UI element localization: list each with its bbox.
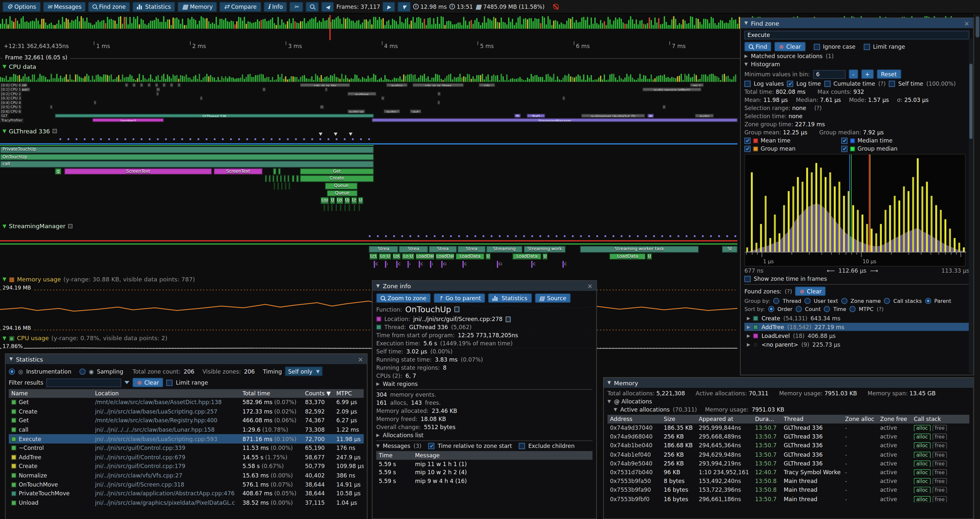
message-dot[interactable] (678, 235, 679, 237)
frame-bar[interactable] (638, 24, 639, 29)
messages-table-header[interactable]: TimeMessage (376, 451, 592, 460)
sort-by-count-radio[interactable] (795, 306, 802, 312)
timing-combo[interactable]: Self only▼ (285, 366, 323, 376)
statistics-button[interactable]: Statistics (488, 294, 531, 303)
frame-bar[interactable] (150, 21, 151, 29)
frame-bar[interactable] (471, 20, 472, 29)
frame-bar[interactable] (682, 19, 684, 29)
message-dot[interactable] (165, 138, 167, 140)
frame-bar[interactable] (353, 21, 354, 29)
cpu-zone[interactable] (662, 105, 666, 109)
frame-bar[interactable] (510, 22, 511, 29)
frame-bar[interactable] (617, 19, 618, 29)
frame-bar[interactable] (293, 18, 294, 29)
timeline-zone[interactable]: Streaming work (524, 246, 566, 252)
messages-row[interactable]: ▼ Messages (3) Time relative to zone sta… (376, 443, 592, 449)
frame-bar[interactable] (253, 22, 255, 29)
frame-bar[interactable] (257, 19, 258, 29)
frame-bar[interactable] (491, 21, 493, 29)
frame-bar[interactable] (304, 18, 305, 29)
timeline-zone[interactable]: Streaming worker task (580, 246, 699, 252)
cpu-zone[interactable] (262, 88, 266, 91)
frame-bar[interactable] (79, 21, 80, 29)
frame-bar[interactable] (660, 24, 661, 29)
alloc-callstack-button[interactable]: alloc (914, 496, 931, 502)
timeline-zone[interactable] (348, 204, 350, 211)
group-by-thread-radio[interactable] (773, 298, 780, 304)
timeline-zone[interactable]: U (486, 253, 491, 260)
free-callstack-button[interactable]: free (932, 478, 947, 484)
frame-bar[interactable] (266, 21, 267, 29)
frame-bar[interactable] (268, 21, 269, 29)
message-dot[interactable] (653, 235, 655, 237)
info-button[interactable]: Info (264, 2, 287, 12)
frame-bar[interactable] (287, 21, 288, 29)
message-dot[interactable] (597, 235, 598, 237)
lock-marker[interactable] (531, 261, 532, 268)
message-dot[interactable] (555, 235, 557, 237)
frame-bar[interactable] (52, 25, 54, 29)
frame-bar[interactable] (324, 21, 326, 29)
frame-bar[interactable] (427, 18, 429, 29)
fz-clear-button[interactable]: ⊗Clear (775, 42, 805, 51)
allocations-list-row[interactable]: ▶ Allocations list (376, 432, 592, 439)
ignore-case-checkbox[interactable] (813, 43, 819, 50)
group-mean-checkbox[interactable] (744, 146, 750, 152)
table-row[interactable]: PrivateTouchMovejni/../jni/src/claw/appl… (9, 489, 364, 498)
frame-bar[interactable] (137, 16, 138, 29)
free-callstack-button[interactable]: free (932, 487, 947, 493)
frame-bar[interactable] (592, 24, 594, 29)
frame-bar[interactable] (364, 19, 365, 29)
lock-marker[interactable] (418, 261, 420, 268)
timeline-zone[interactable]: OnTouchUp (0, 153, 374, 160)
next-frame-button[interactable] (383, 2, 395, 12)
active-allocations-row[interactable]: ▼ Active allocations (70,311) Memory usa… (608, 407, 969, 413)
timeline-zone[interactable]: Up (344, 197, 350, 203)
timeline-zone[interactable]: LoadData (456, 253, 485, 260)
option-checkbox-self-time[interactable] (889, 81, 895, 87)
timeline-zone[interactable]: Create (300, 175, 374, 182)
frame-bar[interactable] (118, 17, 119, 29)
frame-bar[interactable] (452, 24, 453, 29)
min-bin-input[interactable]: 6 (813, 70, 845, 78)
frame-bar[interactable] (345, 19, 346, 29)
alloc-callstack-button[interactable]: alloc (914, 425, 931, 431)
message-dot[interactable] (214, 138, 216, 140)
frame-bar[interactable] (129, 17, 131, 29)
timeline-zone[interactable]: Queue (325, 183, 357, 189)
table-row[interactable]: Unloadjni/../jni/src/claw/graphics/pixel… (9, 498, 364, 507)
frame-bar[interactable] (669, 25, 671, 29)
frame-bar[interactable] (649, 18, 650, 29)
frame-bar[interactable] (557, 21, 558, 29)
frame-bar[interactable] (630, 16, 632, 29)
frame-bar[interactable] (229, 22, 230, 29)
cpu-zone[interactable] (438, 101, 440, 104)
lock-marker[interactable] (497, 261, 498, 268)
cpu-core-row[interactable]: [0:5] CPU 5 (0, 105, 737, 109)
message-dot[interactable] (686, 235, 687, 237)
frame-bar[interactable] (65, 18, 67, 29)
frame-bar[interactable] (368, 21, 369, 29)
frame-bar[interactable] (540, 23, 541, 29)
timeline-zone[interactable]: LoadData (512, 253, 541, 260)
cpu-zone[interactable]: GLThread 336 (55, 114, 374, 118)
frame-bar[interactable] (60, 24, 61, 29)
frame-bar[interactable] (144, 24, 146, 29)
frame-bar[interactable] (460, 22, 461, 29)
message-dot[interactable] (710, 235, 712, 237)
message-dot[interactable] (563, 235, 566, 237)
message-dot[interactable] (59, 138, 61, 140)
timeline-zone[interactable] (340, 204, 341, 211)
frame-bar[interactable] (105, 23, 107, 29)
frame-bar[interactable] (371, 24, 372, 29)
timeline-zone[interactable] (278, 183, 279, 189)
timeline-zone[interactable]: Strea (369, 246, 398, 252)
frame-bar[interactable] (54, 25, 56, 29)
frame-bar[interactable] (711, 17, 712, 29)
cpu-zone[interactable] (170, 83, 173, 87)
frame-bar[interactable] (688, 23, 689, 29)
frame-bar[interactable] (90, 23, 91, 29)
frame-bar[interactable] (624, 24, 625, 29)
copy-icon[interactable] (506, 316, 511, 322)
frame-bar[interactable] (113, 20, 114, 29)
